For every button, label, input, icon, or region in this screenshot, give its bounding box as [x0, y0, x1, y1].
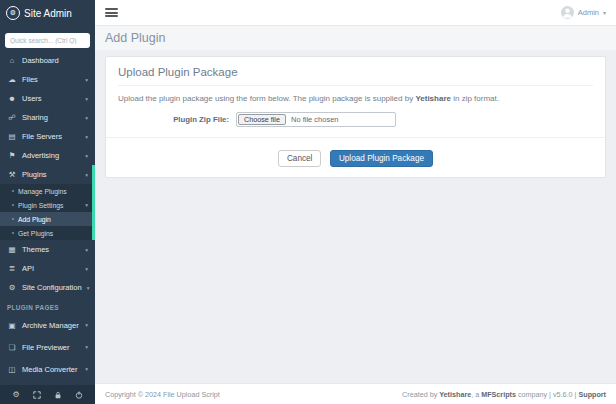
chevron-down-icon: ▾ — [87, 285, 90, 291]
sidebar: ⚙ Site Admin ⌂ Dashboard ☁ Files ▾ ☻ Use… — [0, 0, 95, 404]
upload-plugin-button[interactable]: Upload Plugin Package — [330, 150, 433, 167]
support-link[interactable]: Support — [578, 390, 606, 399]
lock-icon — [54, 391, 62, 399]
hamburger-icon — [105, 8, 118, 10]
footer-divider: | — [549, 390, 551, 399]
sidebar-item-files[interactable]: ☁ Files ▾ — [0, 70, 95, 89]
gear-icon: ⚙ — [12, 390, 19, 399]
subitem-label: Manage Plugins — [18, 188, 67, 195]
chevron-down-icon: ▾ — [85, 153, 88, 159]
sidebar-subitem-get-plugins[interactable]: Get Plugins — [0, 226, 95, 240]
yetishare-name: Yetishare — [415, 94, 451, 103]
plugin-zip-file-input[interactable]: Choose file No file chosen — [236, 112, 396, 127]
share-icon: ☍ — [7, 113, 17, 122]
bullet-icon — [12, 218, 14, 220]
chevron-down-icon: ▾ — [85, 266, 88, 272]
menu-toggle-button[interactable] — [105, 6, 118, 18]
users-icon: ☻ — [7, 94, 17, 103]
sidebar-subitem-manage-plugins[interactable]: Manage Plugins — [0, 184, 95, 198]
expand-icon — [33, 391, 41, 399]
quick-search — [0, 26, 95, 51]
tools-icon: ⚒ — [7, 170, 17, 179]
chevron-down-icon: ▾ — [85, 247, 88, 253]
file-status-text: No file chosen — [291, 115, 339, 124]
file-icon: ❏ — [7, 343, 17, 352]
card-description: Upload the plugin package using the form… — [118, 94, 593, 103]
sidebar-item-label: Files — [22, 75, 38, 84]
sidebar-item-archive-manager[interactable]: ▣ Archive Manager ▾ — [0, 314, 95, 336]
footer-credits: Created by Yetishare, a MFScripts compan… — [402, 390, 606, 399]
fullscreen-button[interactable] — [33, 391, 41, 399]
main-area: Admin ▾ Add Plugin Upload Plugin Package… — [95, 0, 616, 404]
choose-file-button[interactable]: Choose file — [238, 114, 286, 125]
sidebar-item-label: Users — [22, 94, 42, 103]
caret-down-icon: ▾ — [603, 9, 606, 16]
settings-gear-button[interactable]: ⚙ — [12, 390, 19, 399]
form-actions: Cancel Upload Plugin Package — [118, 147, 593, 167]
footer-copyright: Copyright © 2024 File Upload Script — [105, 390, 220, 399]
content: Upload Plugin Package Upload the plugin … — [95, 50, 616, 383]
mfscripts-link[interactable]: MFScripts — [481, 390, 516, 399]
brand[interactable]: ⚙ Site Admin — [0, 0, 95, 26]
power-button[interactable] — [75, 391, 83, 399]
page-title: Add Plugin — [105, 31, 165, 45]
plugins-group: ⚒ Plugins ▾ Manage Plugins Plugin Settin… — [0, 165, 95, 240]
sidebar-item-label: File Servers — [22, 132, 62, 141]
chevron-down-icon: ▾ — [85, 366, 88, 372]
sidebar-item-site-configuration[interactable]: ⚙ Site Configuration ▾ — [0, 278, 95, 297]
user-name: Admin — [578, 8, 599, 17]
image-icon: ▦ — [7, 245, 17, 254]
chevron-down-icon: ▾ — [85, 96, 88, 102]
topbar: Admin ▾ — [95, 0, 616, 26]
sidebar-item-dashboard[interactable]: ⌂ Dashboard — [0, 51, 95, 70]
sidebar-item-themes[interactable]: ▦ Themes ▾ — [0, 240, 95, 259]
subitem-label: Get Plugins — [18, 230, 53, 237]
cloud-icon: ☁ — [7, 75, 17, 84]
upload-plugin-card: Upload Plugin Package Upload the plugin … — [105, 56, 606, 178]
cancel-button[interactable]: Cancel — [278, 150, 322, 167]
sidebar-item-media-converter[interactable]: ◫ Media Converter ▾ — [0, 358, 95, 380]
subitem-label: Add Plugin — [18, 216, 51, 223]
user-menu[interactable]: Admin ▾ — [561, 6, 606, 19]
sidebar-footer: ⚙ — [0, 385, 95, 404]
lock-button[interactable] — [54, 391, 62, 399]
plugin-pages-group: ▣ Archive Manager ▾ ❏ File Previewer ▾ ◫… — [0, 314, 95, 380]
power-icon — [75, 391, 83, 399]
sidebar-section-plugin-pages: PLUGIN PAGES — [0, 297, 95, 314]
quick-search-input[interactable] — [5, 33, 90, 48]
sidebar-item-label: Sharing — [22, 113, 48, 122]
stack-icon: ≣ — [7, 264, 17, 273]
card-divider — [106, 137, 605, 138]
film-icon: ◫ — [7, 365, 17, 374]
sidebar-item-plugins[interactable]: ⚒ Plugins ▾ — [0, 165, 95, 184]
sidebar-item-label: Dashboard — [22, 56, 59, 65]
home-icon: ⌂ — [7, 56, 17, 65]
sidebar-item-sharing[interactable]: ☍ Sharing ▾ — [0, 108, 95, 127]
sidebar-item-label: API — [22, 264, 34, 273]
sidebar-item-label: Archive Manager — [22, 321, 79, 330]
sidebar-item-api[interactable]: ≣ API ▾ — [0, 259, 95, 278]
sidebar-item-advertising[interactable]: ⚑ Advertising ▾ — [0, 146, 95, 165]
chevron-down-icon: ▾ — [85, 115, 88, 121]
sidebar-item-file-previewer[interactable]: ❏ File Previewer ▾ — [0, 336, 95, 358]
page-title-band: Add Plugin — [95, 26, 616, 50]
bullet-icon — [12, 204, 14, 206]
chevron-down-icon: ▾ — [85, 172, 88, 178]
sidebar-subitem-add-plugin[interactable]: Add Plugin — [0, 212, 95, 226]
active-accent-bar — [92, 165, 95, 240]
yetishare-link[interactable]: Yetishare — [439, 390, 471, 399]
megaphone-icon: ⚑ — [7, 151, 17, 160]
plugins-submenu: Manage Plugins Plugin Settings ▾ Add Plu… — [0, 184, 95, 240]
sidebar-item-users[interactable]: ☻ Users ▾ — [0, 89, 95, 108]
plugin-zip-form-row: Plugin Zip File: Choose file No file cho… — [118, 112, 593, 127]
subitem-label: Plugin Settings — [18, 202, 63, 209]
sidebar-item-file-servers[interactable]: ▤ File Servers ▾ — [0, 127, 95, 146]
sidebar-item-label: Themes — [22, 245, 49, 254]
footer-divider: | — [575, 390, 577, 399]
sidebar-item-label: Media Converter — [22, 365, 77, 374]
user-avatar-icon — [561, 6, 574, 19]
chevron-down-icon: ▾ — [85, 134, 88, 140]
chevron-down-icon: ▾ — [85, 77, 88, 83]
sidebar-subitem-plugin-settings[interactable]: Plugin Settings ▾ — [0, 198, 95, 212]
bullet-icon — [12, 232, 14, 234]
